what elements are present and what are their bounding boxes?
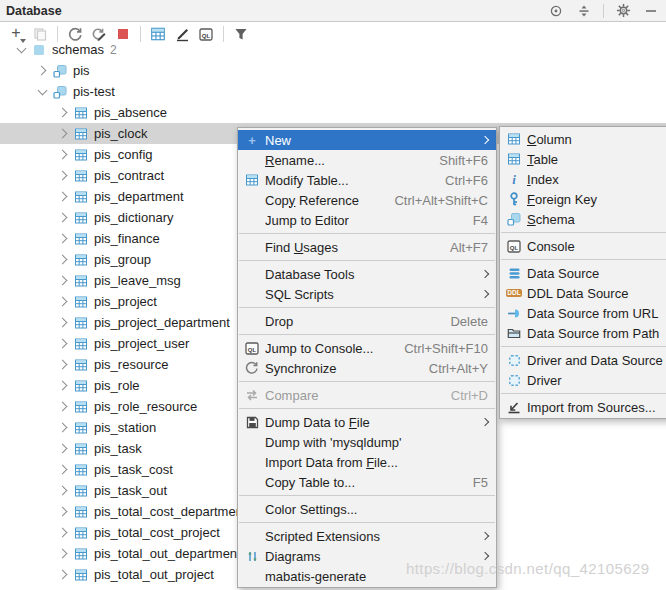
context-menu-item-find-usages[interactable]: Find UsagesAlt+F7 — [238, 237, 496, 257]
menu-separator — [239, 495, 495, 496]
context-menu-item-jump-to-console[interactable]: QLJump to Console...Ctrl+Shift+F10 — [238, 338, 496, 358]
context-menu-item-database-tools[interactable]: Database Tools — [238, 264, 496, 284]
new-submenu-item-import-from-sources[interactable]: Import from Sources... — [500, 397, 666, 417]
new-submenu-item-data-source[interactable]: Data Source — [500, 263, 666, 283]
tree-item-label: pis_role — [94, 378, 140, 393]
chevron-right-icon[interactable] — [55, 294, 71, 310]
context-menu-item-diagrams[interactable]: Diagrams — [238, 546, 496, 566]
chevron-right-icon[interactable] — [55, 483, 71, 499]
tree-item-label: pis_dictionary — [94, 210, 174, 225]
console-button[interactable]: QL — [194, 24, 218, 44]
table-icon — [243, 172, 261, 188]
duplicate-icon — [33, 27, 47, 41]
context-menu-item-color-settings[interactable]: Color Settings... — [238, 499, 496, 519]
locate-icon[interactable] — [547, 2, 565, 20]
chevron-right-icon[interactable] — [55, 231, 71, 247]
add-button[interactable]: + — [4, 24, 28, 44]
chevron-right-icon[interactable] — [55, 252, 71, 268]
context-menu-item-copy-reference[interactable]: Copy ReferenceCtrl+Alt+Shift+C — [238, 190, 496, 210]
chevron-right-icon[interactable] — [55, 315, 71, 331]
tree-row-pis[interactable]: pis — [0, 60, 666, 81]
context-menu-item-synchronize[interactable]: SynchronizeCtrl+Alt+Y — [238, 358, 496, 378]
menu-item-shortcut: Ctrl+F6 — [445, 173, 488, 188]
chevron-right-icon[interactable] — [34, 63, 50, 79]
submenu-arrow-icon — [481, 290, 489, 298]
context-menu-item-jump-to-editor[interactable]: Jump to EditorF4 — [238, 210, 496, 230]
chevron-right-icon[interactable] — [55, 273, 71, 289]
menu-separator — [501, 232, 666, 233]
gear-icon[interactable] — [614, 2, 632, 20]
context-menu-item-import-data-from-file[interactable]: Import Data from File... — [238, 452, 496, 472]
chevron-right-icon[interactable] — [55, 399, 71, 415]
chevron-right-icon[interactable] — [55, 105, 71, 121]
context-menu-item-scripted-extensions[interactable]: Scripted Extensions — [238, 526, 496, 546]
menu-separator — [239, 260, 495, 261]
filter-button[interactable] — [229, 24, 253, 44]
chevron-right-icon[interactable] — [55, 126, 71, 142]
stop-button[interactable] — [111, 24, 135, 44]
chevron-right-icon[interactable] — [55, 462, 71, 478]
duplicate-button[interactable] — [28, 24, 52, 44]
context-menu-item-new[interactable]: +New — [238, 130, 496, 150]
menu-item-label: Import Data from File... — [265, 455, 488, 470]
new-submenu-item-console[interactable]: QLConsole — [500, 236, 666, 256]
context-menu-item-dump-with-mysqldump[interactable]: Dump with 'mysqldump' — [238, 432, 496, 452]
new-submenu-item-driver[interactable]: Driver — [500, 370, 666, 390]
context-menu-item-modify-table[interactable]: Modify Table...Ctrl+F6 — [238, 170, 496, 190]
chevron-right-icon[interactable] — [55, 567, 71, 583]
chevron-right-icon[interactable] — [55, 441, 71, 457]
new-submenu-item-schema[interactable]: Schema — [500, 209, 666, 229]
context-menu-item-copy-table-to[interactable]: Copy Table to...F5 — [238, 472, 496, 492]
context-menu-item-compare[interactable]: CompareCtrl+D — [238, 385, 496, 405]
chevron-right-icon[interactable] — [55, 147, 71, 163]
minimize-icon[interactable] — [642, 2, 660, 20]
new-submenu-item-column[interactable]: Column — [500, 129, 666, 149]
sync-edit-button[interactable] — [87, 24, 111, 44]
tree-item-label: pis_task_out — [94, 483, 167, 498]
expand-collapse-icon[interactable] — [575, 2, 593, 20]
context-menu-item-rename[interactable]: Rename...Shift+F6 — [238, 150, 496, 170]
plus-faint-icon: + — [243, 132, 261, 148]
none-icon — [243, 313, 261, 329]
new-submenu-item-index[interactable]: iIndex — [500, 169, 666, 189]
chevron-right-icon[interactable] — [55, 336, 71, 352]
chevron-right-icon[interactable] — [55, 210, 71, 226]
chevron-right-icon[interactable] — [55, 189, 71, 205]
chevron-right-icon[interactable] — [55, 420, 71, 436]
data-editor-button[interactable] — [146, 24, 170, 44]
schema-icon — [52, 84, 68, 100]
menu-item-label: Index — [527, 172, 666, 187]
submenu-arrow-icon — [481, 418, 489, 426]
menu-item-label: Data Source — [527, 266, 666, 281]
menu-item-shortcut: Alt+F7 — [450, 240, 488, 255]
menu-item-shortcut: F4 — [473, 213, 488, 228]
new-submenu-item-ddl-data-source[interactable]: DDLDDL Data Source — [500, 283, 666, 303]
diagrams-icon — [243, 548, 261, 564]
tree-row-pis_absence[interactable]: pis_absence — [0, 102, 666, 123]
table-icon — [73, 462, 89, 478]
new-submenu-item-driver-and-data-source[interactable]: Driver and Data Source — [500, 350, 666, 370]
submenu-arrow-icon — [481, 552, 489, 560]
context-menu-item-mabatis-generate[interactable]: mabatis-generate — [238, 566, 496, 586]
new-submenu-item-table[interactable]: Table — [500, 149, 666, 169]
chevron-right-icon[interactable] — [55, 357, 71, 373]
context-menu-item-sql-scripts[interactable]: SQL Scripts — [238, 284, 496, 304]
tree-row-pis-test[interactable]: pis-test — [0, 81, 666, 102]
new-submenu-item-data-source-from-url[interactable]: Data Source from URL — [500, 303, 666, 323]
modify-pencil-button[interactable] — [170, 24, 194, 44]
chevron-right-icon[interactable] — [55, 168, 71, 184]
context-menu-item-dump-data-to-file[interactable]: Dump Data to File — [238, 412, 496, 432]
chevron-down-icon[interactable] — [34, 84, 50, 100]
chevron-right-icon[interactable] — [55, 504, 71, 520]
context-menu-item-drop[interactable]: DropDelete — [238, 311, 496, 331]
tree-item-label: pis_task_cost — [94, 462, 173, 477]
menu-item-shortcut: Ctrl+Shift+F10 — [404, 341, 488, 356]
new-submenu-item-foreign-key[interactable]: Foreign Key — [500, 189, 666, 209]
menu-separator — [239, 307, 495, 308]
chevron-right-icon[interactable] — [55, 525, 71, 541]
chevron-right-icon[interactable] — [55, 378, 71, 394]
chevron-right-icon[interactable] — [55, 546, 71, 562]
refresh-button[interactable] — [63, 24, 87, 44]
new-submenu-item-data-source-from-path[interactable]: Data Source from Path — [500, 323, 666, 343]
none-icon — [243, 192, 261, 208]
